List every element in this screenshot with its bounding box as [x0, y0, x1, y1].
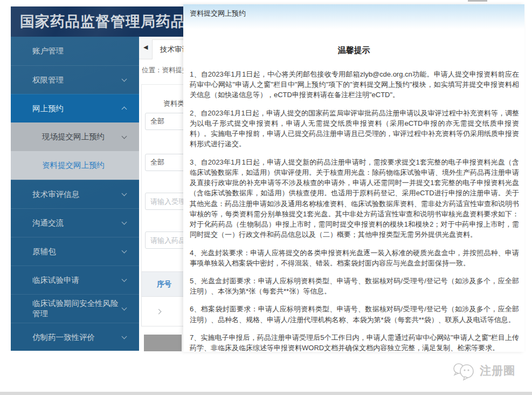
- notice-title: 温馨提示: [183, 45, 524, 56]
- sidebar-item-raw-materials[interactable]: 原辅包: [11, 237, 139, 265]
- sidebar-item-label: 资料提交网上预约: [42, 160, 105, 171]
- notice-paragraph-5: 5、光盘盒封面要求：申请人应标明资料类型、申请号、数据核对码/受理号/登记号（如…: [190, 276, 519, 296]
- bottom-bar: [0, 392, 532, 395]
- sidebar-item-clinical-trial-application[interactable]: 临床试验申请: [11, 265, 139, 294]
- modal-title: 资料提交网上预约: [183, 4, 524, 18]
- site-title: 国家药品监督管理局药品审评: [11, 6, 186, 37]
- chevron-down-icon: [122, 220, 127, 225]
- sidebar-item-label: 技术审评信息: [32, 189, 79, 200]
- sidebar-item-label: 仿制药一致性评价: [32, 332, 95, 343]
- sidebar-item-technical-review-info[interactable]: 技术审评信息: [11, 180, 139, 208]
- sidebar-item-label: 临床试验期间安全性风险管理: [32, 298, 122, 319]
- dash-fragment: [469, 349, 474, 350]
- sidebar-item-permissions[interactable]: 权限管理: [11, 65, 139, 94]
- site-header: 国家药品监督管理局药品审评: [11, 6, 186, 37]
- notice-paragraph-6: 6、档案袋封面要求：申请人应标明资料类型、申请号、数据核对码/受理号/登记号（如…: [190, 304, 519, 324]
- sidebar-item-label: 沟通交流: [32, 218, 64, 228]
- sidebar-item-online-booking[interactable]: 网上预约: [11, 94, 139, 122]
- sidebar-item-communication[interactable]: 沟通交流: [11, 208, 139, 237]
- sidebar-item-label: 账户管理: [32, 46, 64, 56]
- chevron-down-icon: [122, 191, 127, 196]
- row-expand-icon[interactable]: [156, 309, 162, 314]
- top-edge-fragment: [468, 0, 487, 2]
- chevron-down-icon: [122, 305, 127, 311]
- sidebar-item-label: 权限管理: [32, 75, 64, 85]
- chevron-down-icon: [122, 248, 127, 254]
- dash-fragment: [461, 349, 466, 350]
- chat-bubbles-logo-icon: [452, 360, 476, 381]
- breadcrumb: 位置：资料提交: [142, 66, 189, 75]
- sidebar-item-material-submission-booking[interactable]: 资料提交网上预约: [11, 151, 139, 180]
- sidebar-item-label: 网上预约: [32, 104, 64, 114]
- chevron-down-icon: [122, 77, 127, 82]
- chevron-up-icon: [122, 107, 127, 112]
- chevron-down-icon: [122, 334, 127, 339]
- sidebar-item-label: 现场提交网上预约: [42, 132, 105, 142]
- watermark: 注册圈: [452, 360, 515, 381]
- watermark-label: 注册圈: [480, 363, 515, 378]
- material-submission-modal: 资料提交网上预约 温馨提示 1、自2023年1月1日起，中心将关闭邮包接收专用邮…: [183, 4, 524, 352]
- sidebar-item-generic-consistency-evaluation[interactable]: 仿制药一致性评价: [11, 323, 139, 351]
- notice-paragraph-1: 1、自2023年1月1日起，中心将关闭邮包接收专用邮箱zlyb@cde.org.…: [190, 69, 519, 100]
- notice-paragraph-3: 3、自2023年1月1日起，申请人提交新的药品注册申请时，需按要求提交1套完整的…: [190, 157, 519, 240]
- sidebar-item-label: 原辅包: [32, 247, 56, 257]
- sidebar-nav: 账户管理 权限管理 网上预约 现场提交网上预约 资料提交网上预约 技术审评信息 …: [11, 37, 139, 351]
- gray-panel-fragment: [144, 335, 182, 351]
- sidebar-item-onsite-submission-booking[interactable]: 现场提交网上预约: [11, 122, 139, 151]
- sidebar-item-safety-risk-management[interactable]: 临床试验期间安全性风险管理: [11, 294, 139, 323]
- sidebar-item-label: 临床试验申请: [32, 275, 79, 285]
- modal-header: 资料提交网上预约: [183, 4, 524, 29]
- chevron-down-icon: [122, 277, 127, 282]
- page: 国家药品监督管理局药品审评 账户管理 权限管理 网上预约 现场提交网上预约 资料…: [0, 0, 532, 395]
- back-arrow-icon[interactable]: ◀: [143, 44, 148, 51]
- sidebar-item-account[interactable]: 账户管理: [11, 37, 139, 65]
- notice-paragraph-4: 4、光盘封装要求：申请人应将提交的各类申报资料光盘逐一装入标准的硬质光盘盒中，并…: [190, 248, 519, 268]
- notice-body: 1、自2023年1月1日起，中心将关闭邮包接收专用邮箱zlyb@cde.org.…: [183, 69, 524, 352]
- notice-paragraph-2: 2、自2023年1月1日起，申请人提交的国家药监局审评审批药品注册申请以及审评过…: [190, 108, 519, 149]
- chevron-down-icon: [122, 133, 127, 139]
